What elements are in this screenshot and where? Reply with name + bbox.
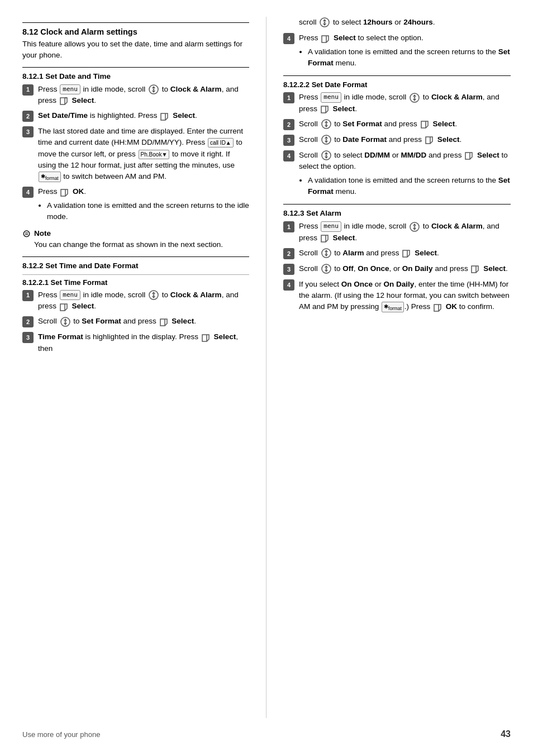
step-item: 3 Time Format is highlighted in the disp… xyxy=(22,331,249,354)
scroll-icon xyxy=(60,316,71,327)
select-icon xyxy=(425,135,435,145)
step-num-4: 4 xyxy=(283,279,294,291)
menu-icon: menu xyxy=(60,290,80,301)
step-item: 4 If you select On Once or On Daily, ent… xyxy=(283,279,511,313)
svg-marker-15 xyxy=(64,323,67,325)
select-icon xyxy=(59,96,69,106)
scroll-icon xyxy=(319,17,330,28)
divider-2 xyxy=(22,256,249,257)
scroll-icon xyxy=(321,134,332,145)
step-content-3: The last stored date and time are displa… xyxy=(38,126,249,182)
step-list-date-format: 1 Press menu in idle mode, scroll to Clo… xyxy=(283,92,511,198)
bullet-list: A validation tone is emitted and the scr… xyxy=(47,200,249,223)
select-icon xyxy=(464,150,474,160)
divider-r2 xyxy=(283,204,511,205)
step-item: 4 Scroll to select DD/MM or MM/DD and pr… xyxy=(283,150,511,198)
subsection-title-8123: 8.12.3 Set Alarm xyxy=(283,209,511,217)
step-item: 4 Press OK. A validation tone is emitted… xyxy=(22,186,249,224)
svg-marker-9 xyxy=(152,292,155,294)
subsection-title-8121: 8.12.1 Set Date and Time xyxy=(22,72,249,80)
step-num-1: 1 xyxy=(283,221,294,232)
star-format-icon2: ✱format xyxy=(382,302,404,312)
svg-point-47 xyxy=(414,226,416,227)
sub-divider-1 xyxy=(22,274,249,275)
bullet-list: A validation tone is emitted and the scr… xyxy=(308,175,511,198)
svg-point-42 xyxy=(325,155,327,156)
left-column: 8.12 Clock and Alarm settings This featu… xyxy=(22,17,266,718)
svg-marker-40 xyxy=(325,152,328,154)
scroll-icon xyxy=(409,221,420,232)
menu-icon: menu xyxy=(321,92,341,103)
step-num-2: 2 xyxy=(283,119,294,130)
step-content-1: Press menu in idle mode, scroll to Clock… xyxy=(38,289,249,312)
step-num-1: 1 xyxy=(283,92,294,103)
svg-marker-14 xyxy=(64,318,67,321)
step-item: 2 Scroll to Set Format and press Select. xyxy=(283,118,511,130)
scroll-icon xyxy=(321,248,332,259)
subsubsection-title-81221: 8.12.2.1 Set Time Format xyxy=(22,278,249,287)
scroll-icon xyxy=(321,118,332,130)
svg-marker-1 xyxy=(152,86,155,88)
svg-marker-31 xyxy=(325,125,328,127)
note-body: You can change the format as shown in th… xyxy=(34,240,223,249)
step-content-4: Scroll to select DD/MM or MM/DD and pres… xyxy=(299,150,511,198)
svg-point-11 xyxy=(153,294,155,296)
step-content-2: Scroll to Alarm and press Select. xyxy=(299,248,511,259)
step-num-1: 1 xyxy=(22,290,34,301)
svg-marker-50 xyxy=(325,250,328,252)
step-item: 1 Press menu in idle mode, scroll to Clo… xyxy=(22,289,249,312)
svg-marker-51 xyxy=(325,254,328,256)
svg-marker-10 xyxy=(152,296,155,298)
subsubsection-title-81222: 8.12.2.2 Set Date Format xyxy=(283,80,511,89)
subsection-title-8122: 8.12.2 Set Time and Date Format xyxy=(22,261,249,270)
svg-point-32 xyxy=(325,123,327,125)
step-item: 2 Scroll to Set Format and press Select. xyxy=(22,316,249,327)
svg-marker-20 xyxy=(323,19,326,21)
bullet-item: A validation tone is emitted and the scr… xyxy=(308,175,511,198)
select-icon xyxy=(201,332,211,343)
note-box: ⊜ Note You can change the format as show… xyxy=(22,228,249,251)
step-num-3: 3 xyxy=(283,264,294,275)
step-content-2: Set Date/Time is highlighted. Press Sele… xyxy=(38,110,249,121)
select-icon xyxy=(320,104,330,114)
callid-icon: call ID▲ xyxy=(208,138,234,148)
phbook-icon: Ph.Book▼ xyxy=(139,150,170,159)
svg-marker-46 xyxy=(413,228,416,230)
step-item: 3 The last stored date and time are disp… xyxy=(22,126,249,182)
menu-icon: menu xyxy=(60,84,80,95)
svg-marker-35 xyxy=(325,136,328,139)
scroll-icon xyxy=(409,92,420,103)
svg-marker-45 xyxy=(413,224,416,226)
step-item: 2 Scroll to Alarm and press Select. xyxy=(283,248,511,259)
svg-point-57 xyxy=(325,268,327,270)
divider-1 xyxy=(22,67,249,68)
svg-marker-2 xyxy=(152,91,155,93)
svg-point-3 xyxy=(153,88,155,90)
svg-marker-55 xyxy=(325,265,328,268)
select-icon xyxy=(159,317,169,327)
step-item: 1 Press menu in idle mode, scroll to Clo… xyxy=(22,84,249,107)
svg-point-16 xyxy=(64,321,66,322)
select-icon xyxy=(402,248,412,258)
step-item: 1 Press menu in idle mode, scroll to Clo… xyxy=(283,92,511,115)
step-list-alarm: 1 Press menu in idle mode, scroll to Clo… xyxy=(283,221,511,312)
step-content-2: Scroll to Set Format and press Select. xyxy=(38,316,249,327)
select-icon xyxy=(59,302,69,312)
step-content-3: Time Format is highlighted in the displa… xyxy=(38,331,249,354)
svg-marker-30 xyxy=(325,121,328,123)
bullet-item: A validation tone is emitted and the scr… xyxy=(47,200,249,223)
select-icon xyxy=(160,111,170,121)
star-format-icon: ✱format xyxy=(39,172,61,182)
footer-page-number: 43 xyxy=(501,729,511,739)
scroll-icon xyxy=(321,150,332,161)
step-num-4: 4 xyxy=(22,187,34,198)
step-item: 4 Press Select to select the option. A v… xyxy=(283,32,511,70)
scroll-icon xyxy=(148,84,159,95)
footer-text: Use more of your phone xyxy=(22,730,100,739)
step-list-date-time: 1 Press menu in idle mode, scroll to Clo… xyxy=(22,84,249,224)
step-content-4: Press Select to select the option. A val… xyxy=(299,32,511,70)
step-content-2: Scroll to Set Format and press Select. xyxy=(299,118,511,130)
step-num-3: 3 xyxy=(283,135,294,146)
step3-cont: scroll to select 12hours or 24hours. xyxy=(283,17,511,28)
select-icon xyxy=(433,302,443,312)
